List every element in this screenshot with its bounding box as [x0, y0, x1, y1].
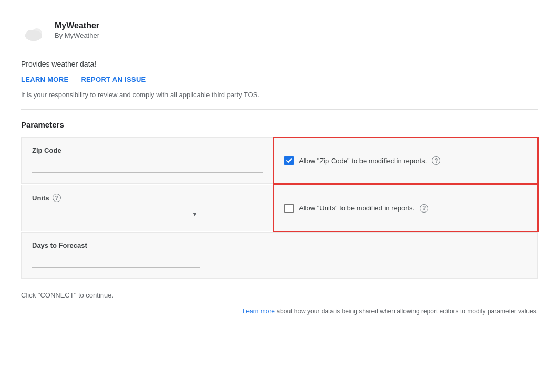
param-row-units: Units ? ▼ Allow "Units" to be modified i… [21, 185, 538, 231]
param-left-zip-code: Zip Code [22, 138, 274, 183]
zip-code-help-icon[interactable]: ? [432, 156, 440, 165]
param-row-days-to-forecast: Days to Forecast [21, 232, 538, 279]
units-input[interactable] [32, 207, 200, 220]
days-to-forecast-input[interactable] [32, 255, 200, 268]
learn-more-link[interactable]: LEARN MORE [21, 76, 68, 83]
learn-more-footer-link[interactable]: Learn more [243, 308, 275, 315]
param-right-units: Allow "Units" to be modified in reports.… [274, 185, 537, 231]
app-links: LEARN MORE REPORT AN ISSUE [21, 76, 538, 83]
zip-code-input[interactable] [32, 160, 263, 173]
zip-code-allow-label: Allow "Zip Code" to be modified in repor… [299, 157, 427, 165]
zip-code-checkbox-wrapper: Allow "Zip Code" to be modified in repor… [284, 156, 440, 165]
app-icon [21, 21, 46, 46]
param-label-days: Days to Forecast [32, 241, 527, 249]
param-label-units: Units ? [32, 194, 263, 202]
footer: Click "CONNECT" to continue. Learn more … [21, 291, 538, 320]
app-by-line: By MyWeather [55, 31, 99, 39]
learn-more-footer: Learn more about how your data is being … [21, 308, 538, 315]
param-row-zip-code: Zip Code Allow "Zip Code" to be modified… [21, 137, 538, 184]
svg-point-3 [25, 30, 42, 41]
tos-text: It is your responsibility to review and … [21, 91, 538, 99]
zip-code-checkbox[interactable] [284, 156, 294, 165]
app-name: MyWeather [55, 21, 99, 30]
divider [21, 109, 538, 110]
units-help-icon[interactable]: ? [420, 204, 428, 213]
parameters-title: Parameters [21, 120, 538, 129]
param-label-zip-code: Zip Code [32, 146, 263, 154]
app-description: Provides weather data! [21, 60, 538, 68]
units-allow-label: Allow "Units" to be modified in reports. [299, 204, 415, 212]
learn-more-footer-suffix: about how your data is being shared when… [275, 308, 538, 315]
param-left-days: Days to Forecast [22, 233, 537, 278]
param-right-zip-code: Allow "Zip Code" to be modified in repor… [274, 138, 537, 183]
click-connect-text: Click "CONNECT" to continue. [21, 291, 538, 299]
report-issue-link[interactable]: REPORT AN ISSUE [81, 76, 146, 83]
app-header-text: MyWeather By MyWeather [55, 21, 99, 39]
param-left-units: Units ? ▼ [22, 185, 274, 231]
units-input-wrapper: ▼ [32, 207, 200, 220]
units-checkbox[interactable] [284, 204, 294, 213]
app-header: MyWeather By MyWeather [21, 10, 538, 55]
units-label-help-icon[interactable]: ? [53, 194, 61, 202]
units-checkbox-wrapper: Allow "Units" to be modified in reports.… [284, 204, 428, 213]
